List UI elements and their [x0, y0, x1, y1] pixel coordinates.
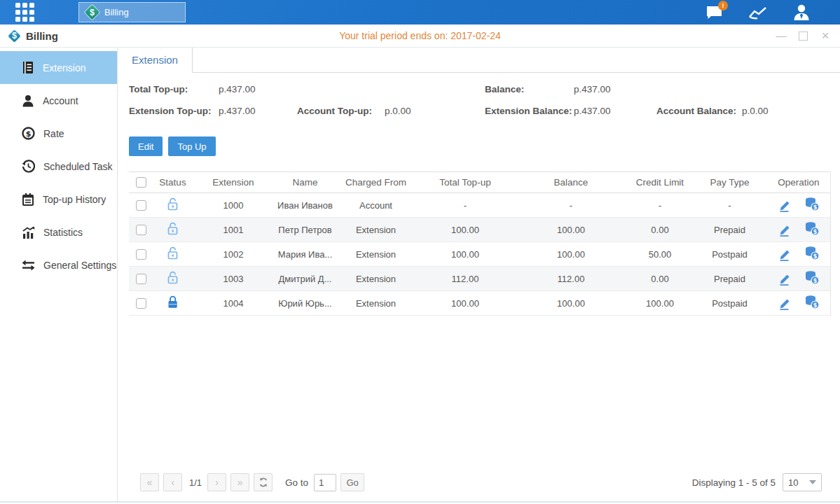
table-row: 1003 Дмитрий Д... Extension 112.00 112.0… — [129, 267, 830, 291]
sliders-icon — [22, 260, 35, 271]
sidebar-item-label: Top-up History — [43, 194, 106, 205]
task-tab-label: Billing — [104, 7, 129, 18]
sidebar-item-account[interactable]: Account — [0, 84, 117, 117]
topup-row-icon[interactable]: $ — [804, 295, 820, 309]
bar-chart-icon — [22, 226, 35, 239]
dollar-circle-icon: $ — [22, 127, 35, 140]
sidebar-item-label: Statistics — [43, 227, 83, 238]
history-clock-icon — [22, 160, 35, 173]
chevron-down-icon — [809, 480, 816, 484]
pagination-bar: « ‹ 1/1 › » Go to Go Displaying 1 - 5 of… — [129, 473, 831, 501]
topup-row-icon[interactable]: $ — [804, 246, 820, 260]
page-size-select[interactable]: 10 — [783, 473, 822, 491]
edit-row-icon[interactable] — [778, 221, 792, 237]
account-balance-value: p.0.00 — [742, 104, 769, 118]
goto-page-input[interactable] — [314, 474, 336, 491]
edit-row-icon[interactable] — [778, 197, 792, 212]
monitor-chart-icon[interactable] — [746, 4, 770, 22]
top-bar: $ Billing ! — [0, 0, 840, 24]
person-icon — [22, 94, 34, 107]
last-page-button[interactable]: » — [230, 473, 249, 491]
task-tab-billing[interactable]: $ Billing — [78, 2, 186, 22]
topup-row-icon[interactable]: $ — [804, 270, 820, 285]
billing-dollar-diamond-icon: $ — [85, 6, 99, 19]
edit-row-icon[interactable] — [778, 295, 792, 310]
sidebar-item-label: Scheduled Task — [43, 161, 113, 172]
messages-icon[interactable]: ! — [703, 4, 727, 22]
table-header-row: Status Extension Name Charged From Total… — [129, 172, 830, 193]
sidebar-item-general-settings[interactable]: General Settings — [0, 248, 117, 281]
total-topup-label: Total Top-up: — [129, 83, 219, 97]
go-button[interactable]: Go — [340, 473, 364, 491]
extension-balance-value: p.437.00 — [574, 104, 656, 118]
displaying-text: Displaying 1 - 5 of 5 — [692, 477, 776, 488]
trial-notice: Your trial period ends on: 2017-02-24 — [0, 30, 840, 41]
goto-label: Go to — [285, 477, 308, 488]
page-size-value: 10 — [788, 477, 798, 488]
row-checkbox[interactable] — [136, 225, 146, 235]
tab-extension[interactable]: Extension — [118, 48, 193, 73]
sidebar-item-topup-history[interactable]: Top-up History — [0, 183, 117, 216]
refresh-button[interactable] — [254, 473, 273, 491]
first-page-button[interactable]: « — [140, 473, 159, 491]
sidebar-item-rate[interactable]: $ Rate — [0, 117, 117, 150]
row-checkbox[interactable] — [136, 274, 146, 284]
balance-value: p.437.00 — [574, 83, 611, 97]
topup-row-icon[interactable]: $ — [804, 197, 820, 211]
sidebar-item-scheduled-task[interactable]: Scheduled Task — [0, 150, 117, 183]
account-balance-label: Account Balance: — [656, 104, 742, 118]
svg-text:$: $ — [813, 278, 818, 284]
column-balance: Balance — [514, 172, 628, 193]
prev-page-button[interactable]: ‹ — [163, 473, 182, 491]
svg-text:$: $ — [813, 204, 818, 211]
refresh-icon — [259, 477, 268, 487]
topup-row-icon[interactable]: $ — [804, 221, 820, 236]
ledger-icon — [22, 61, 34, 74]
select-all-checkbox[interactable] — [136, 177, 146, 188]
balance-summary: Total Top-up: p.437.00 Balance: p.437.00… — [129, 83, 831, 118]
column-extension: Extension — [192, 172, 275, 193]
total-topup-value: p.437.00 — [219, 83, 256, 97]
edit-row-icon[interactable] — [778, 270, 792, 286]
table-row: 1002 Мария Ива... Extension 100.00 100.0… — [129, 242, 830, 267]
window-title: Billing — [26, 30, 58, 42]
extension-topup-value: p.437.00 — [219, 104, 297, 118]
row-checkbox[interactable] — [136, 200, 146, 211]
row-checkbox[interactable] — [136, 249, 146, 260]
lock-open-icon — [166, 246, 179, 260]
next-page-button[interactable]: › — [207, 473, 226, 491]
maximize-icon[interactable] — [799, 31, 808, 41]
svg-text:$: $ — [813, 302, 818, 309]
row-checkbox[interactable] — [136, 298, 146, 309]
edit-row-icon[interactable] — [778, 246, 792, 261]
sidebar-item-label: Account — [43, 95, 78, 106]
extension-table: Status Extension Name Charged From Total… — [129, 172, 831, 316]
window-title-bar: $ Billing Your trial period ends on: 201… — [0, 24, 840, 48]
sidebar-item-extension[interactable]: Extension — [0, 51, 117, 84]
sidebar-item-statistics[interactable]: Statistics — [0, 216, 117, 248]
app-launcher-grid-icon[interactable] — [0, 0, 49, 24]
user-account-icon[interactable] — [790, 4, 813, 22]
tab-bar: Extension — [118, 48, 840, 73]
extension-topup-label: Extension Top-up: — [129, 104, 219, 118]
table-row: 1001 Петр Петров Extension 100.00 100.00… — [129, 218, 830, 242]
page-indicator: 1/1 — [189, 477, 202, 488]
table-row: 1000 Иван Иванов Account - - - - $ — [129, 193, 830, 218]
svg-text:$: $ — [813, 253, 818, 260]
minimize-icon[interactable]: — — [775, 29, 787, 42]
top-up-button[interactable]: Top Up — [168, 136, 215, 156]
svg-text:$: $ — [26, 130, 32, 139]
notebook-icon — [22, 192, 34, 206]
lock-closed-icon — [166, 295, 179, 309]
column-operation: Operation — [767, 172, 830, 193]
lock-open-icon — [166, 197, 179, 211]
sidebar-item-label: Rate — [43, 128, 64, 139]
column-total-topup: Total Top-up — [416, 172, 514, 193]
account-topup-label: Account Top-up: — [297, 104, 385, 118]
edit-button[interactable]: Edit — [129, 136, 163, 156]
close-icon[interactable]: × — [819, 29, 832, 42]
notification-badge: ! — [718, 1, 728, 10]
account-topup-value: p.0.00 — [385, 104, 411, 118]
svg-text:$: $ — [813, 229, 818, 235]
lock-open-icon — [166, 270, 179, 285]
